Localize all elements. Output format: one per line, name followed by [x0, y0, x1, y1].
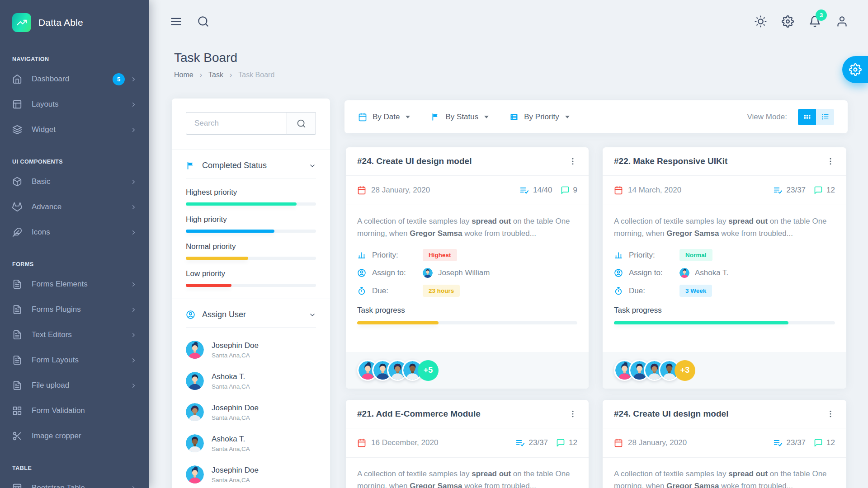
priority-badge: Highest — [423, 249, 457, 261]
progress-track — [186, 284, 316, 287]
sort-by-date-button[interactable]: By Date — [358, 113, 410, 122]
layout-icon — [12, 99, 22, 109]
progress-fill — [186, 202, 297, 206]
page-head: Task Board Home › Task › Task Board — [174, 51, 274, 79]
checklist-icon — [515, 438, 525, 448]
home-icon — [12, 74, 22, 84]
topbar: 3 — [149, 0, 868, 43]
dashboard-count-badge: 5 — [113, 73, 125, 85]
sort-by-status-button[interactable]: By Status — [431, 113, 489, 122]
kebab-menu-icon[interactable] — [826, 409, 835, 418]
kebab-menu-icon[interactable] — [826, 157, 835, 166]
filters-panel: Completed Status Highest priority High p… — [172, 99, 330, 488]
chevron-right-icon — [130, 357, 137, 364]
sidebar-item-file-upload[interactable]: File upload — [0, 373, 149, 398]
chevron-down-icon[interactable] — [309, 162, 316, 169]
task-title: #21. Add E-Commerce Module — [357, 409, 481, 419]
due-badge: 3 Week — [679, 285, 712, 297]
sidebar-item-icons[interactable]: Icons — [0, 220, 149, 245]
layers-icon — [12, 125, 22, 135]
avatar — [423, 268, 433, 278]
sidebar-item-form-validation[interactable]: Form Validation — [0, 398, 149, 423]
notifications-button[interactable]: 3 — [809, 15, 821, 28]
sort-by-priority-button[interactable]: By Priority — [509, 113, 569, 122]
feather-icon — [12, 227, 22, 237]
breadcrumb-task[interactable]: Task — [208, 71, 223, 79]
sidebar-item-form-layouts[interactable]: Form Layouts — [0, 347, 149, 373]
sidebar-item-basic[interactable]: Basic — [0, 169, 149, 194]
sidebar-item-bootstrap-table[interactable]: Bootstrap Table — [0, 475, 149, 488]
extra-members-badge[interactable]: +5 — [418, 360, 439, 381]
comment-icon — [556, 438, 565, 447]
sidebar-item-forms-elements[interactable]: Forms Elements — [0, 272, 149, 297]
task-progress-label: Task progress — [357, 306, 577, 315]
user-list-item[interactable]: Josephin Doe Santa Ana,CA — [186, 341, 316, 359]
user-list-item[interactable]: Ashoka T. Santa Ana,CA — [186, 372, 316, 390]
sidebar-item-widget[interactable]: Widget — [0, 117, 149, 142]
sidebar-item-dashboard[interactable]: Dashboard 5 — [0, 66, 149, 92]
grid-view-button[interactable] — [798, 109, 816, 125]
avatar — [186, 434, 204, 452]
assignee[interactable]: Ashoka T. — [679, 268, 728, 278]
sidebar-item-layouts[interactable]: Layouts — [0, 92, 149, 117]
breadcrumb-home[interactable]: Home — [174, 71, 193, 79]
avatar — [186, 372, 204, 390]
due-label: Due: — [372, 286, 423, 296]
flag-icon — [431, 113, 440, 122]
user-list-item[interactable]: Josephin Doe Santa Ana,CA — [186, 403, 316, 421]
sidebar-item-text-editors[interactable]: Text Editors — [0, 322, 149, 347]
sidebar-item-image-cropper[interactable]: Image cropper — [0, 423, 149, 449]
progress-track — [186, 257, 316, 260]
user-circle-icon — [186, 310, 195, 319]
sidebar-caption-forms: FORMS — [0, 245, 149, 272]
gear-icon — [849, 63, 862, 76]
avatar — [186, 465, 204, 483]
priority-filter-normal[interactable]: Normal priority — [186, 242, 316, 260]
task-date: 28 January, 2020 — [357, 186, 430, 195]
sidebar-caption-navigation: NAVIGATION — [0, 45, 149, 66]
completed-status-title: Completed Status — [202, 161, 267, 170]
extra-members-badge[interactable]: +3 — [675, 360, 695, 381]
file-text-icon — [12, 355, 22, 365]
task-title: #22. Make Responsive UIKit — [614, 156, 727, 166]
priority-filter-high[interactable]: High priority — [186, 215, 316, 233]
grid-icon — [12, 406, 22, 416]
sun-icon[interactable] — [755, 15, 767, 28]
checklist-icon — [519, 185, 529, 195]
app-logo[interactable]: Datta Able — [0, 0, 149, 45]
chevron-down-icon[interactable] — [309, 311, 316, 319]
priority-label: Priority: — [629, 251, 679, 260]
app-title: Datta Able — [38, 17, 83, 28]
search-button[interactable] — [287, 112, 316, 135]
settings-icon[interactable] — [782, 15, 794, 28]
task-card: #21. Add E-Commerce Module 16 December, … — [346, 400, 589, 488]
menu-icon[interactable] — [170, 15, 182, 28]
progress-fill — [357, 321, 439, 324]
sidebar-item-forms-plugins[interactable]: Forms Plugins — [0, 297, 149, 322]
priority-filter-highest[interactable]: Highest priority — [186, 188, 316, 206]
priority-label: Priority: — [372, 251, 423, 260]
search-input[interactable] — [186, 112, 287, 135]
list-view-button[interactable] — [816, 109, 834, 125]
kebab-menu-icon[interactable] — [568, 409, 577, 418]
chevron-right-icon — [130, 76, 137, 83]
subtask-count: 23/37 — [529, 438, 548, 447]
chevron-right-icon — [130, 281, 137, 288]
user-list-item[interactable]: Josephin Doe Santa Ana,CA — [186, 465, 316, 483]
chevron-right-icon — [130, 101, 137, 108]
kebab-menu-icon[interactable] — [568, 157, 577, 166]
search-icon[interactable] — [197, 15, 209, 28]
grid-view-icon — [803, 113, 811, 121]
subtask-count: 23/37 — [787, 438, 806, 447]
sidebar-item-advance[interactable]: Advance — [0, 194, 149, 220]
sidebar-caption-ui-components: UI COMPONENTS — [0, 142, 149, 169]
quick-settings-button[interactable] — [842, 56, 868, 83]
chevron-right-icon — [130, 178, 137, 185]
team-avatars: +3 — [614, 360, 695, 381]
user-list-item[interactable]: Ashoka T. Santa Ana,CA — [186, 434, 316, 452]
priority-filter-low[interactable]: Low priority — [186, 269, 316, 287]
user-icon[interactable] — [836, 15, 848, 28]
assignee[interactable]: Joseph William — [423, 268, 490, 278]
progress-fill — [186, 257, 248, 260]
chevron-right-icon — [130, 382, 137, 389]
